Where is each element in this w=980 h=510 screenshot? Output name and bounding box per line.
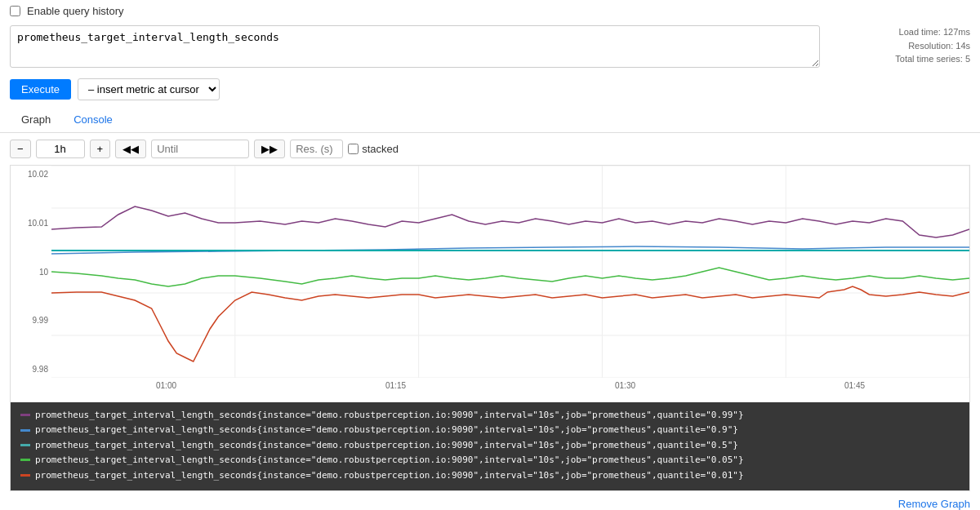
resolution-stat: Resolution: 14s [895,39,970,53]
legend-item-2: prometheus_target_interval_length_second… [20,439,960,451]
legend-item-0: prometheus_target_interval_length_second… [20,409,960,421]
chart-area: 10.02 10.01 10 9.99 9.98 [11,166,969,402]
until-input[interactable] [151,140,249,158]
x-label-3: 01:45 [844,381,865,390]
legend-color-4 [20,474,30,477]
tab-graph[interactable]: Graph [10,109,62,132]
time-plus-button[interactable]: + [90,140,111,158]
enable-query-history-checkbox[interactable] [10,6,20,16]
insert-metric-select[interactable]: – insert metric at cursor [78,78,220,100]
chart-svg [51,166,969,378]
stacked-checkbox[interactable] [348,144,359,154]
x-axis: 01:00 01:15 01:30 01:45 [51,378,969,402]
legend-text-4: prometheus_target_interval_length_second… [35,469,744,481]
load-time-stat: Load time: 127ms [895,25,970,39]
total-series-stat: Total time series: 5 [895,52,970,66]
y-label-1: 10.01 [11,219,51,228]
graph-controls: − + ◀◀ ▶▶ stacked [0,133,980,165]
legend-item-3: prometheus_target_interval_length_second… [20,454,960,466]
remove-graph-link[interactable]: Remove Graph [898,498,970,510]
query-input[interactable] [10,25,820,68]
tab-console[interactable]: Console [62,109,124,132]
legend-color-3 [20,459,30,461]
x-label-2: 01:30 [615,381,635,390]
y-label-2: 10 [11,268,51,277]
top-bar: Enable query history [0,0,980,22]
legend-item-4: prometheus_target_interval_length_second… [20,469,960,481]
tabs-bar: Graph Console [0,105,980,133]
stacked-text: stacked [362,143,399,155]
resolution-input[interactable] [290,140,343,158]
legend-text-2: prometheus_target_interval_length_second… [35,439,738,451]
time-minus-button[interactable]: − [10,140,31,158]
time-forward-button[interactable]: ▶▶ [254,140,285,158]
footer: Remove Graph [0,491,980,510]
legend-color-0 [20,414,30,416]
toolbar: Execute – insert metric at cursor [0,73,980,105]
legend-area: prometheus_target_interval_length_second… [11,402,969,490]
stats-panel: Load time: 127ms Resolution: 14s Total t… [895,25,970,66]
graph-container: 10.02 10.01 10 9.99 9.98 [10,165,970,491]
execute-button[interactable]: Execute [10,79,71,100]
legend-text-1: prometheus_target_interval_length_second… [35,424,738,436]
legend-text-3: prometheus_target_interval_length_second… [35,454,744,466]
legend-text-0: prometheus_target_interval_length_second… [35,409,744,421]
stacked-label[interactable]: stacked [348,143,399,155]
legend-item-1: prometheus_target_interval_length_second… [20,424,960,436]
enable-query-history-label: Enable query history [27,5,124,17]
legend-color-1 [20,429,30,432]
x-label-0: 01:00 [156,381,176,390]
time-range-input[interactable] [36,140,85,158]
chart-svg-area [51,166,969,378]
time-back-button[interactable]: ◀◀ [115,140,146,158]
legend-color-2 [20,444,30,446]
y-label-0: 10.02 [11,170,51,179]
x-label-1: 01:15 [385,381,406,390]
y-label-4: 9.98 [11,365,51,374]
y-axis: 10.02 10.01 10 9.99 9.98 [11,166,51,378]
query-area: Load time: 127ms Resolution: 14s Total t… [0,22,980,73]
y-label-3: 9.99 [11,316,51,325]
